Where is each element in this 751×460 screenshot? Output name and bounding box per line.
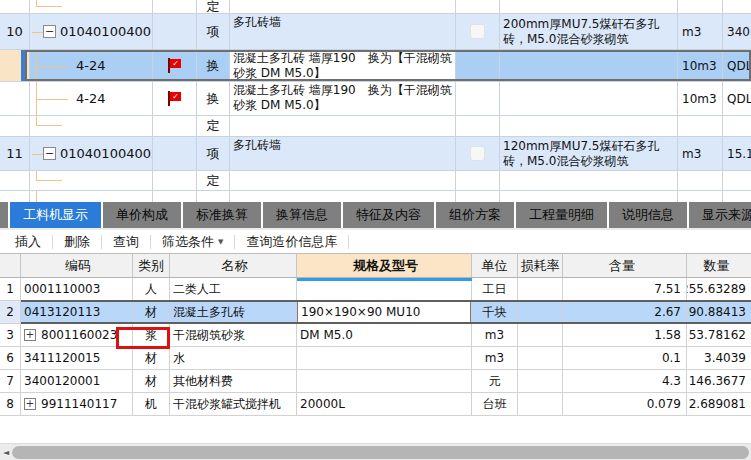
collapse-icon[interactable]: − [43,147,56,160]
tab-feature-content[interactable]: 特征及内容 [341,202,434,228]
entry-type-cell[interactable]: 定 [197,171,230,190]
feature-desc-cell[interactable]: 200mm厚MU7.5煤矸石多孔砖，M5.0混合砂浆砌筑 [500,14,678,49]
item-code: 010401004001 [60,24,153,39]
resource-code[interactable]: 3400120001 [21,370,133,393]
content-value[interactable]: 4.3 [563,370,687,393]
unit-cell[interactable]: 10m3 [678,50,723,81]
scroll-left-arrow-icon[interactable]: ◄ [3,448,9,457]
resource-code[interactable]: 0001110003 [21,278,133,301]
unit-cell[interactable]: m3 [678,137,723,170]
feature-desc-cell[interactable]: 120mm厚MU7.5煤矸石多孔砖，M5.0混合砂浆砌筑 [500,137,678,170]
query-button[interactable]: 查询 [102,233,150,251]
entry-type-cell[interactable]: 项 [197,14,230,49]
spec-edit-field[interactable]: 190×190×90 MU10 [297,301,471,323]
tab-standard-conversion[interactable]: 标准换算 [181,202,261,228]
header-category[interactable]: 类别 [133,254,170,277]
filter-condition-button[interactable]: 筛选条件▼ [151,233,234,251]
entry-type-cell[interactable]: 换 [197,82,230,115]
content-value[interactable]: 1.58 [563,324,687,347]
quantity-expr-cell[interactable]: QDL [723,82,751,115]
header-spec-model[interactable]: 规格及型号 [297,254,472,277]
grid-row-partial-bottom[interactable] [0,191,751,202]
resource-name[interactable]: 其他材料费 [170,370,297,393]
resource-name[interactable]: 水 [170,347,297,370]
unit-cell[interactable]: m3 [678,14,723,49]
resource-category[interactable]: 材 [133,347,170,370]
bill-items-grid: 定 10 − 010401004001 项 多孔砖墙 200mm厚MU7.5煤矸… [0,0,751,202]
resource-name[interactable]: 干混砌筑砂浆 [170,324,297,347]
resource-code[interactable]: 3411120015 [21,347,133,370]
row-checkbox[interactable] [470,146,485,161]
unit-cell[interactable]: 10m3 [678,82,723,115]
row-checkbox[interactable] [470,24,485,39]
resource-row-3[interactable]: 3 +8001160023 浆 干混砌筑砂浆 DM M5.0 m3 1.58 5… [0,324,751,347]
tab-description-info[interactable]: 说明信息 [607,202,687,228]
resource-category[interactable]: 机 [133,393,170,416]
scrollbar-thumb[interactable] [12,446,749,459]
header-content[interactable]: 含量 [563,254,687,277]
resource-row-6[interactable]: 6 3411120015 材 水 m3 0.1 3.4039 [0,347,751,370]
quantity-expr-cell[interactable]: QDL [723,50,751,81]
expand-icon[interactable]: + [24,398,36,410]
quantity-value[interactable]: 3.4039 [687,347,751,370]
tab-conversion-info[interactable]: 换算信息 [261,202,341,228]
content-value[interactable]: 0.079 [563,393,687,416]
resource-row-7[interactable]: 7 3400120001 材 其他材料费 元 4.3 146.3677 [0,370,751,393]
resource-category[interactable]: 材 [133,301,170,324]
tree-stub-line [32,32,43,33]
resource-code[interactable]: 0413120113 [21,301,133,324]
quota-name-cell[interactable]: 混凝土多孔砖 墙厚190 换为【干混砌筑砂浆 DM M5.0】 [230,50,456,81]
tab-pricing-scheme[interactable]: 组价方案 [434,202,514,228]
grid-row-item-10[interactable]: 10 − 010401004001 项 多孔砖墙 200mm厚MU7.5煤矸石多… [0,14,751,50]
grid-row-ding[interactable]: 定 [0,116,751,137]
quantity-cell[interactable]: 15.1 [723,137,751,170]
resource-row-1[interactable]: 1 0001110003 人 二类人工 工日 7.51 255.63289 [0,278,751,301]
quota-name-cell[interactable]: 混凝土多孔砖 墙厚190 换为【干混砌筑砂浆 DM M5.0】 [230,82,456,115]
quantity-value[interactable]: 255.63289 [687,278,751,301]
collapse-icon[interactable]: − [43,25,56,38]
grid-row-4-24[interactable]: 4-24 ✓ 换 混凝土多孔砖 墙厚190 换为【干混砌筑砂浆 DM M5.0】… [0,82,751,116]
content-value[interactable]: 0.1 [563,347,687,370]
header-code[interactable]: 编码 [21,254,133,277]
row-number[interactable]: 11 [0,137,30,170]
tab-display-source[interactable]: 显示来源 [687,202,751,228]
header-loss-rate[interactable]: 损耗率 [518,254,563,277]
grid-row-selected-4-24[interactable]: 4-24 ✓ 换 混凝土多孔砖 墙厚190 换为【干混砌筑砂浆 DM M5.0】… [0,50,751,82]
tab-unit-price-composition[interactable]: 单价构成 [101,202,181,228]
entry-type-cell[interactable]: 换 [197,50,230,81]
quantity-value[interactable]: 2.689081 [687,393,751,416]
row-number[interactable]: 10 [0,14,30,49]
content-value[interactable]: 7.51 [563,278,687,301]
resource-code[interactable]: +9911140117 [21,393,133,416]
quantity-value[interactable]: 90.88413 [687,301,751,324]
quantity-value[interactable]: 53.78162 [687,324,751,347]
insert-button[interactable]: 插入 [4,233,52,251]
item-name-cell[interactable]: 多孔砖墙 [230,14,456,49]
grid-row-ding[interactable]: 定 [0,171,751,191]
grid-row-item-11[interactable]: 11 − 010401004002 项 多孔砖墙 120mm厚MU7.5煤矸石多… [0,137,751,171]
horizontal-scrollbar[interactable]: ◄ [0,443,751,460]
quantity-cell[interactable]: 340.3 [723,14,751,49]
content-value[interactable]: 2.67 [563,301,687,324]
header-name[interactable]: 名称 [170,254,297,277]
entry-type-cell[interactable]: 定 [197,0,230,13]
tab-quantity-detail[interactable]: 工程量明细 [514,202,607,228]
expand-icon[interactable]: + [24,329,36,341]
query-price-info-db-button[interactable]: 查询造价信息库 [235,233,348,251]
tab-labor-material-machine[interactable]: 工料机显示 [8,202,101,228]
header-unit[interactable]: 单位 [472,254,518,277]
entry-type-cell[interactable]: 项 [197,137,230,170]
quantity-value[interactable]: 146.3677 [687,370,751,393]
resource-name[interactable]: 混凝土多孔砖 [170,301,297,324]
grid-row-partial[interactable]: 定 [0,0,751,14]
resource-row-8[interactable]: 8 +9911140117 机 干混砂浆罐式搅拌机 20000L 台班 0.07… [0,393,751,416]
delete-button[interactable]: 删除 [53,233,101,251]
resource-category[interactable]: 人 [133,278,170,301]
resource-name[interactable]: 干混砂浆罐式搅拌机 [170,393,297,416]
entry-type-cell[interactable]: 定 [197,116,230,136]
resource-row-2-selected[interactable]: 2 0413120113 材 混凝土多孔砖 190×190×90 MU10 千块… [0,301,751,324]
resource-category[interactable]: 材 [133,370,170,393]
item-name-cell[interactable]: 多孔砖墙 [230,137,456,170]
resource-name[interactable]: 二类人工 [170,278,297,301]
header-quantity[interactable]: 数量 [687,254,751,277]
